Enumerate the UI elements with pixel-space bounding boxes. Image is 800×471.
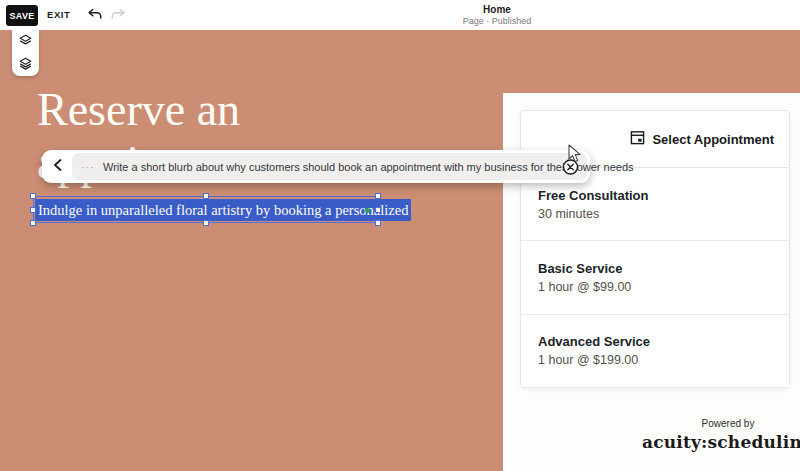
appointment-header-label: Select Appointment — [652, 132, 774, 147]
selection-handle[interactable] — [203, 193, 209, 199]
selection-handle[interactable] — [375, 193, 381, 199]
edit-section-button[interactable] — [12, 30, 39, 53]
prompt-text: Write a short blurb about why customers … — [103, 161, 634, 173]
save-button[interactable]: SAVE — [6, 5, 38, 26]
selection-handle[interactable] — [375, 220, 381, 226]
text-anchor-dot — [365, 208, 370, 213]
layers-icon — [18, 56, 33, 74]
layers-icon — [18, 33, 33, 51]
mouse-cursor-icon — [568, 144, 582, 168]
editor-topbar: SAVE EXIT Home Page · Published — [0, 0, 800, 30]
prompt-ellipsis: ··· — [81, 161, 95, 173]
service-name: Free Consultation — [538, 188, 789, 203]
edit-section-button-2[interactable] — [12, 53, 39, 76]
selected-text-block[interactable]: Indulge in unparalleled floral artistry … — [33, 196, 378, 223]
undo-button[interactable] — [85, 6, 105, 24]
selected-text[interactable]: Indulge in unparalleled floral artistry … — [35, 199, 411, 221]
service-name: Basic Service — [538, 261, 789, 276]
service-duration: 1 hour @ $99.00 — [538, 280, 789, 294]
exit-button[interactable]: EXIT — [47, 9, 71, 20]
undo-icon — [87, 9, 103, 24]
powered-by-label: Powered by — [642, 418, 800, 429]
section-tools — [12, 30, 39, 76]
redo-icon — [110, 9, 126, 24]
calendar-icon — [630, 130, 645, 149]
selection-handle[interactable] — [30, 220, 36, 226]
prompt-back-button[interactable] — [42, 150, 72, 183]
selection-handle[interactable] — [30, 207, 36, 213]
page-title-status: Page · Published — [463, 16, 532, 27]
chevron-left-icon — [53, 159, 62, 174]
hero-heading-line1: Reserve an — [37, 83, 267, 136]
editor-window: Reserve an appointment Indulge in unpara… — [0, 0, 800, 471]
service-duration: 1 hour @ $199.00 — [538, 353, 789, 367]
acuity-scheduling-logo[interactable]: acuity:scheduling — [642, 432, 800, 452]
selection-handle[interactable] — [203, 220, 209, 226]
prompt-input[interactable]: ··· Write a short blurb about why custom… — [72, 153, 587, 180]
service-duration: 30 minutes — [538, 207, 789, 221]
service-row-basic-service[interactable]: Basic Service 1 hour @ $99.00 — [521, 241, 789, 314]
selection-handle[interactable] — [30, 193, 36, 199]
ai-prompt-bar: ··· Write a short blurb about why custom… — [42, 150, 590, 183]
page-title: Home Page · Published — [463, 4, 532, 27]
redo-button[interactable] — [108, 6, 128, 24]
acuity-footer: Powered by acuity:scheduling — [642, 418, 800, 452]
page-title-name: Home — [463, 4, 532, 15]
service-name: Advanced Service — [538, 334, 789, 349]
service-row-advanced-service[interactable]: Advanced Service 1 hour @ $199.00 — [521, 315, 789, 387]
selection-handle[interactable] — [375, 207, 381, 213]
